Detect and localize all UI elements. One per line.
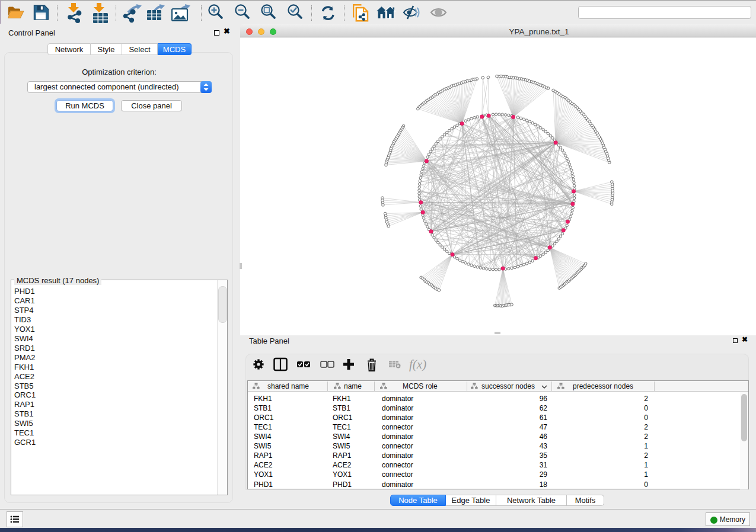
svg-text:f(x): f(x)	[409, 357, 426, 371]
